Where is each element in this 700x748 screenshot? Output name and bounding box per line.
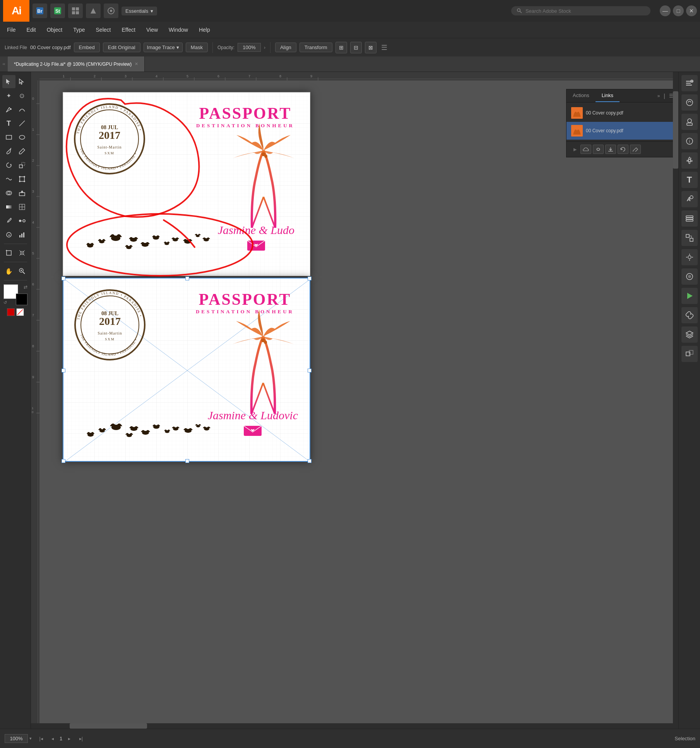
line-tool-button[interactable] [15, 117, 29, 130]
hand-button[interactable]: ✋ [2, 265, 15, 278]
effects-button[interactable] [681, 268, 698, 285]
tab-close-button[interactable]: ✕ [135, 62, 138, 66]
link-item-2[interactable]: 00 Cover copy.pdf [567, 122, 678, 140]
color-swap-icon[interactable]: ⇄ [24, 284, 27, 290]
embed-button[interactable]: Embed [74, 43, 100, 52]
pencil-button[interactable] [15, 145, 29, 158]
settings-gear-button[interactable] [681, 152, 698, 169]
horizontal-scrollbar[interactable] [31, 723, 678, 729]
shape-builder-button[interactable] [2, 186, 15, 200]
magic-wand-button[interactable]: ✦ [2, 89, 15, 102]
menu-edit[interactable]: Edit [26, 25, 37, 34]
properties-button[interactable] [681, 75, 698, 91]
slice-button[interactable] [15, 246, 29, 260]
layers-2-button[interactable] [681, 326, 698, 343]
panel-menu-icon[interactable]: ☰ [381, 43, 387, 52]
cloud-btn[interactable] [580, 145, 591, 154]
menu-window[interactable]: Window [168, 25, 189, 34]
free-transform-button[interactable] [15, 172, 29, 186]
blend-button[interactable] [15, 214, 29, 227]
link-btn[interactable] [593, 145, 604, 154]
stroke-color-ind[interactable] [7, 308, 15, 316]
artboard-button[interactable] [2, 246, 15, 260]
color-reset-icon[interactable]: ↺ [3, 300, 7, 305]
appearance-button[interactable] [681, 114, 698, 130]
eyedropper-button[interactable] [2, 214, 15, 227]
cc-libraries-button[interactable] [681, 94, 698, 111]
panel-options-icon[interactable]: ⊠ [365, 42, 377, 53]
refresh-btn[interactable] [618, 145, 628, 154]
stock-icon[interactable]: St [50, 3, 65, 18]
grid-icon[interactable]: ⊟ [350, 42, 362, 53]
symbol-button[interactable]: ✦ [2, 228, 15, 241]
selection-tool-button[interactable] [2, 75, 15, 88]
align-button[interactable]: Align [275, 43, 296, 52]
gradient-button[interactable] [2, 200, 15, 213]
transform-button[interactable]: Transform [300, 43, 332, 52]
zoom-button[interactable] [15, 265, 29, 278]
panel-footer-arrow[interactable]: ▶ [571, 145, 579, 154]
nav-last-button[interactable]: ▸| [76, 734, 86, 743]
background-color[interactable] [16, 294, 27, 305]
pen-tool-button[interactable] [2, 103, 15, 116]
zoom-value[interactable]: 100% [5, 734, 28, 743]
menu-file[interactable]: File [6, 25, 17, 34]
menu-effect[interactable]: Effect [121, 25, 136, 34]
direct-selection-tool-button[interactable] [15, 75, 29, 88]
rectangle-tool-button[interactable] [2, 131, 15, 144]
layers-button[interactable] [681, 210, 698, 227]
h-scroll-thumb[interactable] [70, 723, 147, 729]
transform-options-icon[interactable]: ⊞ [335, 42, 347, 53]
search-input[interactable] [525, 8, 645, 14]
panel-expand-icon[interactable]: » [656, 92, 662, 100]
target-icon[interactable] [104, 3, 118, 18]
curvature-tool-button[interactable] [15, 103, 29, 116]
v-scroll-thumb[interactable] [673, 91, 678, 169]
actions-tab[interactable]: Actions [567, 89, 596, 102]
vertical-scrollbar[interactable] [673, 72, 678, 723]
links-tab[interactable]: Links [596, 89, 620, 102]
menu-object[interactable]: Object [46, 25, 63, 34]
edit-btn[interactable] [630, 145, 641, 154]
graph-button[interactable] [15, 228, 29, 241]
mask-button[interactable]: Mask [186, 43, 208, 52]
menu-type[interactable]: Type [72, 25, 86, 34]
live-paint-button[interactable] [15, 186, 29, 200]
warp-button[interactable] [2, 172, 15, 186]
link-button[interactable] [681, 307, 698, 323]
info-button[interactable]: i [681, 133, 698, 149]
menu-select[interactable]: Select [95, 25, 112, 34]
nav-first-button[interactable]: |◂ [36, 734, 46, 743]
mesh-button[interactable] [15, 200, 29, 213]
menu-help[interactable]: Help [198, 25, 211, 34]
type-tool-button[interactable]: T [2, 117, 15, 130]
paragraph-button[interactable]: T [681, 172, 698, 188]
menu-view[interactable]: View [145, 25, 159, 34]
minimize-button[interactable]: — [660, 5, 671, 16]
document-tab[interactable]: *Duplicating 2-Up File.ai* @ 100% (CMYK/… [8, 56, 145, 72]
lasso-button[interactable]: ⊙ [15, 89, 29, 102]
type-styles-button[interactable]: A [681, 191, 698, 207]
zoom-down-arrow[interactable]: ▾ [29, 736, 32, 741]
play-button[interactable] [681, 288, 698, 304]
workspace-switcher[interactable]: Essentials ▾ [122, 7, 157, 15]
download-btn[interactable] [605, 145, 616, 154]
layout-icon[interactable] [68, 3, 83, 18]
transform-2-button[interactable] [681, 346, 698, 362]
rotate-button[interactable] [2, 159, 15, 172]
sun-icon[interactable] [681, 249, 698, 265]
fill-none-ind[interactable] [16, 308, 24, 316]
ellipse-tool-button[interactable] [15, 131, 29, 144]
close-button[interactable]: ✕ [686, 5, 697, 16]
edit-original-button[interactable]: Edit Original [103, 43, 140, 52]
bridge-icon[interactable]: Br [33, 3, 47, 18]
scale-button[interactable] [15, 159, 29, 172]
nav-prev-button[interactable]: ◂ [48, 734, 57, 743]
search-bar[interactable] [511, 6, 650, 15]
tab-scroll-left[interactable]: ‹‹ [0, 56, 8, 72]
nav-next-button[interactable]: ▸ [65, 734, 74, 743]
arrow-icon[interactable] [86, 3, 101, 18]
transform-panel-button[interactable] [681, 230, 698, 246]
image-trace-button[interactable]: Image Trace ▾ [144, 43, 183, 52]
opacity-arrow[interactable]: › [264, 45, 265, 50]
